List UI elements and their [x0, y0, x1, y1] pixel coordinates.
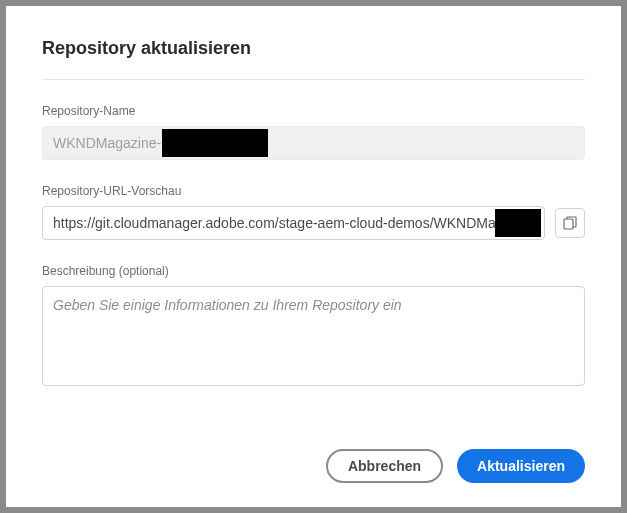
cancel-button[interactable]: Abbrechen	[326, 449, 443, 483]
divider	[42, 79, 585, 80]
description-field: Beschreibung (optional)	[42, 264, 585, 390]
description-textarea[interactable]	[42, 286, 585, 386]
repository-name-label: Repository-Name	[42, 104, 585, 118]
svg-rect-0	[564, 219, 573, 229]
repository-url-label: Repository-URL-Vorschau	[42, 184, 585, 198]
url-row	[42, 206, 585, 240]
repository-name-field: Repository-Name	[42, 104, 585, 160]
copy-icon	[563, 216, 577, 230]
update-repository-dialog: Repository aktualisieren Repository-Name…	[6, 6, 621, 507]
description-label: Beschreibung (optional)	[42, 264, 585, 278]
repository-name-input	[42, 126, 585, 160]
repository-url-input[interactable]	[42, 206, 545, 240]
repository-url-field: Repository-URL-Vorschau	[42, 184, 585, 240]
copy-url-button[interactable]	[555, 208, 585, 238]
repository-name-input-wrap	[42, 126, 585, 160]
url-input-wrap	[42, 206, 545, 240]
dialog-footer: Abbrechen Aktualisieren	[42, 433, 585, 483]
submit-button[interactable]: Aktualisieren	[457, 449, 585, 483]
dialog-title: Repository aktualisieren	[42, 38, 585, 59]
